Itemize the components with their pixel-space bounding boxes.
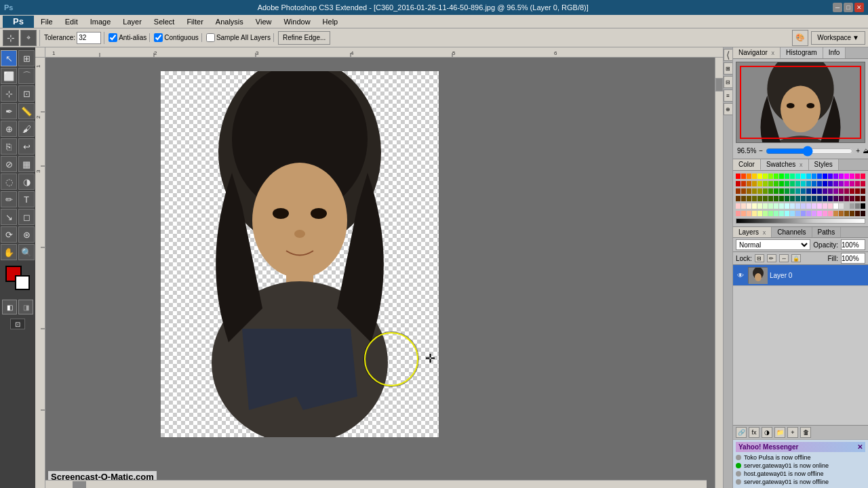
spot-heal-icon[interactable]: ⊕: [1, 121, 17, 137]
color-cell[interactable]: [741, 196, 746, 201]
canvas-scroll[interactable]: ✛ Screencast-O-Matic.com: [45, 58, 715, 488]
ruler-tool-icon[interactable]: 📏: [18, 103, 35, 119]
color-cell[interactable]: [817, 211, 822, 216]
background-color[interactable]: [15, 275, 30, 290]
hand-tool-icon[interactable]: ✋: [1, 244, 17, 260]
dodge-tool-icon[interactable]: ◑: [18, 174, 35, 190]
artboard-tool-icon[interactable]: ⊞: [18, 50, 35, 66]
color-cell[interactable]: [757, 174, 762, 179]
color-cell[interactable]: [774, 196, 778, 201]
color-cell[interactable]: [768, 188, 773, 194]
blend-mode-select[interactable]: Normal: [736, 239, 810, 250]
color-cell[interactable]: [774, 211, 778, 216]
color-cell[interactable]: [833, 211, 838, 216]
pen-tool-icon[interactable]: ✏: [1, 191, 17, 207]
color-cell[interactable]: [817, 203, 822, 209]
color-cell[interactable]: [833, 203, 838, 209]
color-cell[interactable]: [850, 211, 854, 216]
vertical-scrollbar[interactable]: [715, 58, 723, 488]
color-cell[interactable]: [850, 181, 854, 186]
delete-layer-icon[interactable]: 🗑: [800, 427, 811, 438]
color-cell[interactable]: [736, 188, 741, 194]
color-cell[interactable]: [747, 211, 751, 216]
3d-pan-icon[interactable]: ⊛: [18, 226, 35, 243]
color-cell[interactable]: [736, 196, 741, 201]
lock-transparency-icon[interactable]: ⊟: [755, 254, 764, 262]
menu-filter[interactable]: Filter: [181, 16, 208, 27]
color-cell[interactable]: [855, 211, 860, 216]
standard-mode-icon[interactable]: ◧: [2, 300, 17, 314]
color-cell[interactable]: [855, 174, 860, 179]
color-cell[interactable]: [763, 203, 768, 209]
color-cell[interactable]: [779, 181, 784, 186]
color-cell[interactable]: [779, 203, 784, 209]
clone-stamp-icon[interactable]: ⎘: [1, 138, 17, 155]
color-cell[interactable]: [768, 196, 773, 201]
sample-all-checkbox[interactable]: [206, 33, 215, 42]
color-cell[interactable]: [806, 196, 811, 201]
add-mask-icon[interactable]: ◑: [762, 427, 772, 438]
eyedropper-tool-icon[interactable]: ✒: [1, 103, 17, 119]
color-cell[interactable]: [779, 188, 784, 194]
color-cell[interactable]: [752, 174, 757, 179]
color-cell[interactable]: [747, 188, 751, 194]
h-scroll-thumb[interactable]: [73, 481, 86, 488]
color-cell[interactable]: [774, 181, 778, 186]
color-cell[interactable]: [741, 188, 746, 194]
color-cell[interactable]: [790, 203, 795, 209]
color-cell[interactable]: [861, 174, 865, 179]
color-cell[interactable]: [757, 181, 762, 186]
color-cell[interactable]: [757, 203, 762, 209]
color-cell[interactable]: [736, 211, 741, 216]
tab-styles[interactable]: Styles: [809, 159, 839, 170]
crop-tool-icon[interactable]: ⊡: [18, 85, 35, 102]
tab-layers[interactable]: Layers x: [733, 227, 772, 237]
menu-layer[interactable]: Layer: [117, 16, 147, 27]
color-cell[interactable]: [806, 174, 811, 179]
color-cell[interactable]: [801, 174, 806, 179]
menu-edit[interactable]: Edit: [60, 16, 83, 27]
anti-alias-checkbox[interactable]: [108, 33, 117, 42]
minimize-button[interactable]: ─: [833, 3, 842, 12]
color-cell[interactable]: [774, 174, 778, 179]
color-cell[interactable]: [855, 181, 860, 186]
contiguous-checkbox[interactable]: [154, 33, 163, 42]
color-cell[interactable]: [812, 203, 816, 209]
lock-all-icon[interactable]: 🔒: [791, 254, 801, 262]
color-cell[interactable]: [779, 174, 784, 179]
color-cell[interactable]: [774, 203, 778, 209]
color-cell[interactable]: [861, 203, 865, 209]
color-cell[interactable]: [736, 203, 741, 209]
quick-select-tool-icon[interactable]: ⊹: [1, 85, 17, 102]
3d-rotate-icon[interactable]: ⟳: [1, 226, 17, 243]
color-cell[interactable]: [844, 181, 849, 186]
color-sampler-icon[interactable]: 🎨: [792, 30, 808, 46]
color-cell[interactable]: [768, 211, 773, 216]
magic-wand-icon[interactable]: ⊹: [3, 30, 19, 46]
color-cell[interactable]: [817, 188, 822, 194]
color-cell[interactable]: [823, 196, 827, 201]
color-cell[interactable]: [828, 196, 833, 201]
color-cell[interactable]: [785, 203, 789, 209]
color-cell[interactable]: [861, 211, 865, 216]
color-cell[interactable]: [823, 188, 827, 194]
color-cell[interactable]: [801, 211, 806, 216]
color-cell[interactable]: [828, 174, 833, 179]
color-cell[interactable]: [747, 181, 751, 186]
close-layers-icon[interactable]: x: [763, 229, 766, 236]
color-cell[interactable]: [844, 196, 849, 201]
color-cell[interactable]: [861, 196, 865, 201]
color-cell[interactable]: [817, 196, 822, 201]
color-cell[interactable]: [806, 188, 811, 194]
color-cell[interactable]: [833, 188, 838, 194]
opacity-input[interactable]: [841, 239, 865, 250]
zoom-in-icon[interactable]: +: [856, 147, 860, 155]
color-cell[interactable]: [844, 203, 849, 209]
color-cell[interactable]: [741, 211, 746, 216]
navigator-preview[interactable]: [736, 62, 865, 143]
workspace-button[interactable]: Workspace ▼: [811, 31, 865, 45]
menu-select[interactable]: Select: [149, 16, 180, 27]
color-cell[interactable]: [757, 188, 762, 194]
color-cell[interactable]: [785, 211, 789, 216]
color-cell[interactable]: [785, 188, 789, 194]
